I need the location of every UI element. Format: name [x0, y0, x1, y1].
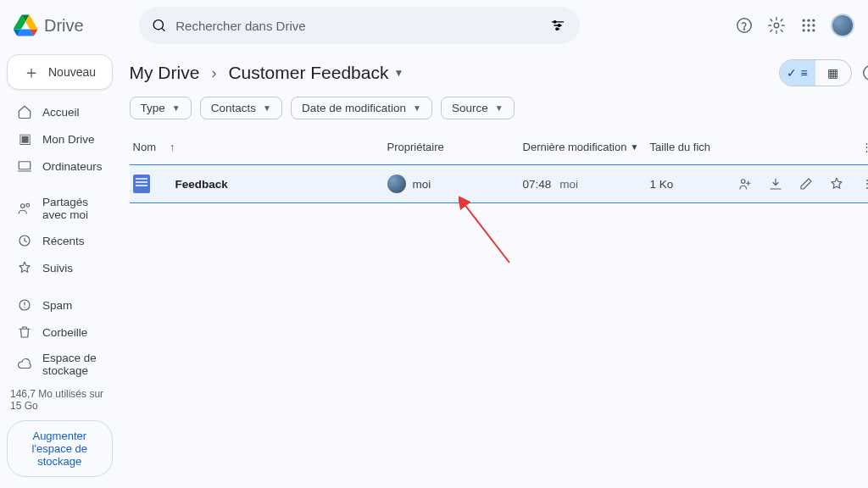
view-toggle: ≡ ▦ [779, 59, 852, 86]
label: Spam [42, 299, 72, 312]
drive-logo-icon [14, 14, 37, 37]
svg-point-17 [21, 204, 25, 208]
caret-icon: ▼ [172, 103, 181, 113]
svg-point-9 [812, 19, 815, 22]
caret-icon: ▼ [263, 103, 271, 113]
label: Accueil [42, 106, 80, 119]
svg-line-23 [464, 203, 509, 263]
modified-time: 07:48 [523, 178, 552, 191]
home-icon [17, 104, 32, 119]
list-view-button[interactable]: ≡ [780, 60, 815, 86]
svg-point-8 [807, 19, 810, 22]
col-modified[interactable]: Dernière modification ▼ [523, 141, 650, 153]
sidebar-item-storage[interactable]: Espace de stockage [7, 346, 113, 383]
more-icon[interactable]: ⋮ [857, 136, 868, 157]
label: Espace de stockage [42, 352, 103, 377]
svg-point-3 [556, 28, 559, 30]
search-icon [151, 17, 167, 34]
sidebar-item-mydrive[interactable]: ▣ Mon Drive [7, 125, 113, 152]
breadcrumb-current[interactable]: Customer Feedback ▼ [228, 63, 403, 83]
label: Mon Drive [42, 133, 95, 146]
grid-view-button[interactable]: ▦ [815, 60, 851, 86]
chevron-down-icon: ▼ [393, 67, 403, 79]
owner-avatar [387, 175, 406, 193]
spam-icon [17, 297, 32, 313]
cloud-icon [17, 357, 32, 372]
col-owner[interactable]: Propriétaire [387, 141, 523, 153]
svg-point-6 [774, 23, 779, 28]
computers-icon [17, 158, 32, 174]
edit-icon[interactable] [796, 174, 816, 194]
annotation-arrow [459, 195, 526, 271]
upgrade-storage-button[interactable]: Augmenter l'espace de stockage [7, 420, 113, 477]
chip-source[interactable]: Source▼ [441, 97, 515, 119]
apps-icon[interactable] [798, 15, 819, 36]
help-icon[interactable] [734, 15, 754, 36]
svg-point-1 [554, 21, 556, 24]
breadcrumb-current-label: Customer Feedback [228, 63, 388, 83]
svg-point-5 [743, 29, 744, 30]
label: Récents [42, 235, 85, 247]
shared-icon [17, 201, 32, 216]
sidebar-item-home[interactable]: Accueil [7, 98, 113, 125]
breadcrumb: My Drive › Customer Feedback ▼ ≡ ▦ [130, 54, 868, 97]
filter-chips: Type▼ Contacts▼ Date de modification▼ So… [130, 97, 868, 130]
modified-by: moi [559, 178, 578, 191]
caret-icon: ▼ [495, 103, 504, 113]
forms-file-icon [133, 175, 150, 193]
svg-point-11 [807, 24, 810, 26]
new-button-label: Nouveau [48, 65, 96, 79]
caret-icon: ▼ [413, 103, 421, 113]
search-input[interactable] [167, 19, 568, 33]
sort-asc-icon[interactable]: ↑ [170, 141, 175, 153]
info-icon[interactable] [860, 63, 868, 83]
product-name: Drive [44, 16, 84, 36]
chip-contacts[interactable]: Contacts▼ [200, 97, 282, 119]
col-size[interactable]: Taille du fich [650, 141, 735, 153]
download-icon[interactable] [765, 174, 786, 194]
search-bar[interactable] [139, 7, 580, 44]
svg-point-14 [807, 29, 810, 31]
owner-name: moi [413, 178, 431, 191]
sidebar-item-trash[interactable]: Corbeille [7, 319, 113, 346]
chevron-right-icon: › [211, 64, 216, 82]
storage-usage: 146,7 Mo utilisés sur 15 Go [7, 383, 113, 420]
caret-icon: ▼ [630, 142, 638, 152]
label: Ordinateurs [42, 160, 103, 173]
sidebar-item-computers[interactable]: Ordinateurs [7, 152, 113, 180]
svg-point-0 [153, 20, 163, 30]
new-button[interactable]: ＋ Nouveau [7, 54, 113, 90]
app-logo[interactable]: Drive [14, 14, 139, 37]
file-size: 1 Ko [650, 178, 735, 191]
settings-icon[interactable] [766, 15, 787, 36]
chip-type[interactable]: Type▼ [130, 97, 192, 119]
drive-icon: ▣ [17, 131, 32, 147]
trash-icon [17, 324, 32, 340]
recent-icon [17, 233, 32, 248]
table-row[interactable]: Feedback moi 07:48 moi 1 Ko ⋮ [130, 164, 868, 203]
svg-point-15 [812, 29, 815, 31]
svg-point-12 [812, 24, 815, 26]
table-header: Nom ↑ Propriétaire Dernière modification… [130, 130, 868, 164]
search-options-icon[interactable] [548, 15, 568, 36]
sidebar-item-starred[interactable]: Suivis [7, 254, 113, 281]
sidebar-item-shared[interactable]: Partagés avec moi [7, 190, 113, 227]
share-icon[interactable] [735, 174, 755, 194]
breadcrumb-root[interactable]: My Drive [130, 63, 200, 83]
svg-point-21 [863, 66, 868, 80]
col-name[interactable]: Nom [133, 141, 156, 153]
account-avatar[interactable] [831, 14, 854, 37]
more-icon[interactable]: ⋮ [857, 174, 868, 194]
content-area: My Drive › Customer Feedback ▼ ≡ ▦ Type▼… [120, 51, 868, 488]
svg-point-7 [803, 19, 805, 22]
svg-point-2 [558, 25, 560, 27]
svg-point-13 [803, 29, 805, 31]
svg-point-18 [26, 203, 30, 207]
sidebar: ＋ Nouveau Accueil ▣ Mon Drive Ordinateur… [0, 51, 120, 488]
sidebar-item-recent[interactable]: Récents [7, 227, 113, 254]
label: Corbeille [42, 326, 87, 339]
file-name: Feedback [175, 178, 228, 191]
sidebar-item-spam[interactable]: Spam [7, 291, 113, 319]
chip-modified[interactable]: Date de modification▼ [291, 97, 432, 119]
star-icon[interactable] [826, 174, 847, 194]
